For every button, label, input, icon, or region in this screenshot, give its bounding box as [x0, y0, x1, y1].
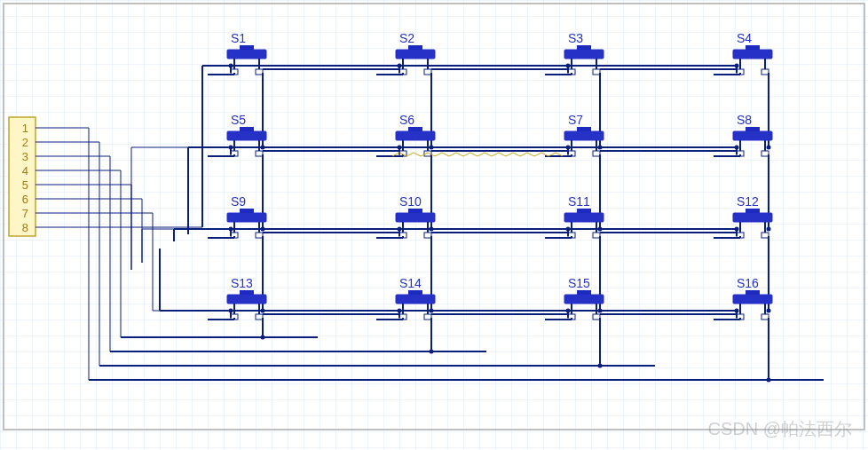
switch-pad-right: [593, 151, 600, 156]
pin-2-label: 2: [22, 136, 28, 149]
switch-label: S10: [399, 194, 422, 209]
switch-cap: [240, 209, 254, 213]
switch-body: [227, 213, 266, 222]
switch-grid: S1S2S3S4S5S6S7S8S9S10S11S12S13S14S15S16: [89, 31, 772, 383]
switch-label: S6: [399, 113, 414, 127]
switch-cap: [408, 127, 422, 131]
switch-pad-right: [593, 314, 600, 320]
schematic-canvas: 1 2 3 4 5 6 7 8: [0, 0, 868, 450]
pin-stubs: [36, 128, 202, 227]
node: [767, 146, 771, 150]
connector-pins: 1 2 3 4 5 6 7 8: [22, 122, 28, 234]
switch-body: [396, 131, 435, 140]
row-buses: [89, 128, 153, 380]
switch-label: S7: [568, 113, 583, 127]
switch-pad-right: [256, 151, 263, 156]
switch-body: [564, 131, 604, 140]
switch-label: S16: [737, 276, 759, 290]
pin-3-label: 3: [22, 150, 28, 163]
switch-label: S13: [231, 276, 253, 290]
switch-pad-right: [593, 69, 600, 75]
switch-cap: [577, 127, 591, 131]
switch-cap: [577, 290, 591, 295]
switch-cap: [577, 45, 591, 50]
switch-label: S9: [231, 194, 246, 209]
switch-body: [396, 50, 435, 59]
switch-label: S3: [568, 31, 583, 45]
switch-label: S5: [231, 113, 246, 127]
node: [735, 227, 739, 232]
switch-body: [396, 213, 435, 222]
switch-cap: [746, 45, 760, 50]
switch-cap: [408, 209, 422, 213]
switch-body: [564, 50, 604, 59]
switch-label: S15: [568, 276, 590, 290]
switch-cap: [577, 209, 591, 213]
pin-1-label: 1: [22, 122, 28, 135]
node: [767, 309, 771, 313]
switch-body: [227, 295, 266, 304]
switch-pad-right: [761, 314, 769, 320]
pin-8-label: 8: [22, 221, 28, 234]
schematic-svg: 1 2 3 4 5 6 7 8: [0, 0, 868, 450]
switch-pad-right: [424, 69, 431, 75]
node: [735, 146, 739, 150]
switch-pad-right: [761, 151, 769, 156]
switch-pad-right: [761, 233, 769, 238]
switch-cap: [240, 127, 254, 131]
switch-label: S4: [737, 31, 752, 45]
row-left-buses: [131, 66, 202, 311]
switch-body: [733, 131, 772, 140]
switch-body: [733, 50, 772, 59]
node: [735, 64, 739, 68]
zigzag-decoration: [392, 153, 563, 156]
switch-label: S12: [737, 194, 759, 209]
switch-cap: [408, 45, 422, 50]
col-buses: [89, 337, 824, 380]
switch-pad-right: [593, 233, 600, 238]
pin-4-label: 4: [22, 164, 28, 178]
switch-pad-right: [256, 233, 263, 238]
switch-pad-right: [424, 233, 431, 238]
switch-body: [396, 295, 435, 304]
switch-label: S2: [399, 31, 414, 45]
pin-7-label: 7: [22, 207, 28, 220]
switch-label: S1: [231, 31, 246, 45]
switch-cap: [240, 45, 254, 50]
node: [767, 227, 771, 232]
pin-5-label: 5: [22, 178, 28, 192]
switch-pad-right: [424, 314, 431, 320]
pin-6-label: 6: [22, 193, 28, 206]
switch-pad-right: [256, 314, 263, 320]
switch-body: [733, 295, 772, 304]
switch-cap: [746, 209, 760, 213]
switch-cap: [746, 290, 760, 295]
switch-label: S14: [399, 276, 422, 290]
switch-label: S11: [568, 194, 590, 209]
switch-cap: [240, 290, 254, 295]
switch-pad-right: [256, 69, 263, 75]
switch-body: [227, 50, 266, 59]
switch-body: [733, 213, 772, 222]
switch-body: [564, 295, 604, 304]
switch-cap: [408, 290, 422, 295]
switch-label: S8: [737, 113, 752, 127]
switch-body: [227, 131, 266, 140]
switch-body: [564, 213, 604, 222]
switch-cap: [746, 127, 760, 131]
switch-pad-right: [761, 69, 769, 75]
node: [735, 309, 739, 313]
